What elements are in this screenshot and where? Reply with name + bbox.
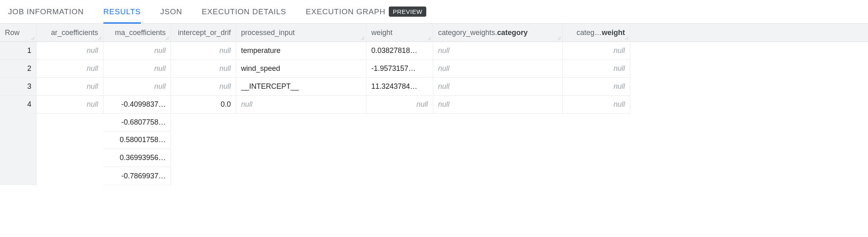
cell-processed-input: temperature — [236, 42, 366, 60]
col-header-ar-coefficients[interactable]: ar_coefficients — [37, 24, 103, 42]
cell-ar: null — [37, 42, 103, 60]
col-header-category[interactable]: category_weights.category — [433, 24, 563, 42]
resize-handle-icon[interactable] — [165, 36, 170, 41]
col-header-label: intercept_or_drif — [178, 29, 231, 37]
cell-weight: 0.03827818… — [366, 42, 433, 60]
cell-ma-value: 0.36993956… — [103, 149, 171, 167]
cell-processed-input: null — [236, 96, 366, 114]
table-row[interactable]: 1 null null null temperature 0.03827818…… — [0, 42, 868, 60]
col-header-weight[interactable]: weight — [366, 24, 433, 42]
cell-category: null — [433, 96, 563, 114]
tab-results[interactable]: RESULTS — [103, 0, 141, 23]
results-table: Row ar_coefficients ma_coefficients inte… — [0, 24, 868, 185]
cell-intercept: null — [171, 42, 236, 60]
row-number: 1 — [0, 42, 37, 60]
cell-ar: null — [37, 96, 103, 114]
col-header-row-label: Row — [5, 29, 20, 37]
cell-processed-input: __INTERCEPT__ — [236, 78, 366, 96]
col-header-intercept[interactable]: intercept_or_drif — [171, 24, 236, 42]
cell-ma-value: -0.6807758… — [103, 114, 171, 132]
col-header-label: category_weights.category — [438, 29, 528, 37]
cell-processed-input: wind_speed — [236, 60, 366, 78]
col-header-category-weight[interactable]: categ…weight — [563, 24, 630, 42]
preview-badge: PREVIEW — [389, 7, 427, 17]
tab-json[interactable]: JSON — [160, 0, 182, 23]
cell-category: null — [433, 78, 563, 96]
resize-handle-icon[interactable] — [97, 36, 102, 41]
cell-ma-stack: -0.4099837… -0.6807758… 0.58001758… 0.36… — [103, 96, 171, 185]
tab-execution-graph-label: EXECUTION GRAPH — [306, 7, 386, 16]
tabs: JOB INFORMATION RESULTS JSON EXECUTION D… — [0, 0, 868, 24]
cell-weight: -1.9573157… — [366, 60, 433, 78]
col-header-label: ma_coefficients — [115, 29, 166, 37]
resize-handle-icon[interactable] — [31, 36, 35, 41]
col-header-label: ar_coefficients — [51, 29, 98, 37]
resize-handle-icon[interactable] — [624, 36, 629, 41]
cell-weight: 11.3243784… — [366, 78, 433, 96]
cell-ar: null — [37, 60, 103, 78]
tab-job-information[interactable]: JOB INFORMATION — [8, 0, 84, 23]
resize-handle-icon[interactable] — [427, 36, 432, 41]
table-header-row: Row ar_coefficients ma_coefficients inte… — [0, 24, 868, 42]
cell-category: null — [433, 60, 563, 78]
cell-ma: null — [103, 42, 171, 60]
row-number: 4 — [0, 96, 37, 185]
col-header-ma-coefficients[interactable]: ma_coefficients — [103, 24, 171, 42]
col-header-label: processed_input — [241, 29, 295, 37]
cell-intercept: null — [171, 78, 236, 96]
tab-execution-details[interactable]: EXECUTION DETAILS — [202, 0, 287, 23]
tab-execution-graph[interactable]: EXECUTION GRAPH PREVIEW — [306, 0, 426, 23]
cell-intercept: null — [171, 60, 236, 78]
resize-handle-icon[interactable] — [360, 36, 365, 41]
col-header-label: categ…weight — [576, 29, 625, 37]
row-number: 3 — [0, 78, 37, 96]
cell-weight: null — [366, 96, 433, 114]
cell-cat-weight: null — [563, 78, 630, 96]
cell-cat-weight: null — [563, 96, 630, 114]
col-header-row[interactable]: Row — [0, 24, 37, 42]
cell-category: null — [433, 42, 563, 60]
cell-ma-value: 0.58001758… — [103, 132, 171, 149]
cell-ma-value: -0.7869937… — [103, 167, 171, 185]
table-row[interactable]: 2 null null null wind_speed -1.9573157… … — [0, 60, 868, 78]
cell-cat-weight: null — [563, 60, 630, 78]
resize-handle-icon[interactable] — [557, 36, 561, 41]
col-header-label: weight — [371, 29, 392, 37]
cell-ar: null — [37, 78, 103, 96]
cell-ma-value: -0.4099837… — [103, 96, 171, 114]
cell-ma: null — [103, 60, 171, 78]
cell-cat-weight: null — [563, 42, 630, 60]
cell-ma: null — [103, 78, 171, 96]
table-row[interactable]: 3 null null null __INTERCEPT__ 11.324378… — [0, 78, 868, 96]
table-row[interactable]: 4 null -0.4099837… -0.6807758… 0.5800175… — [0, 96, 868, 185]
col-header-processed-input[interactable]: processed_input — [236, 24, 366, 42]
row-number: 2 — [0, 60, 37, 78]
cell-intercept: 0.0 — [171, 96, 236, 114]
